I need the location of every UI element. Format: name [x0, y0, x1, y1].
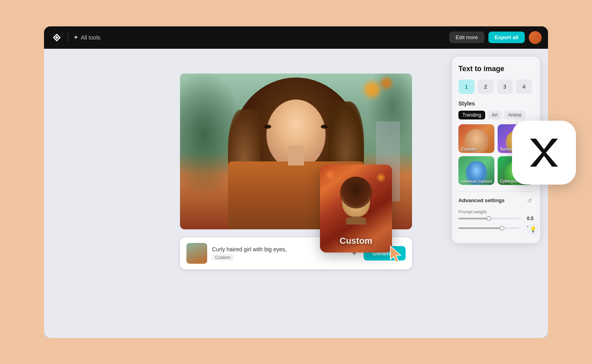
- tools-label: All tools: [81, 34, 100, 41]
- style-filter-anime[interactable]: Anime: [504, 111, 526, 119]
- advanced-settings: Advanced settings ↺ Prompt weight 0.5: [458, 191, 534, 231]
- style-card-custom-label: Custom: [461, 147, 476, 151]
- advanced-header: Advanced settings ↺: [458, 197, 534, 205]
- topbar: ✦ All tools Edit more Export all: [44, 26, 548, 49]
- num-tab-3[interactable]: 3: [497, 80, 513, 94]
- second-slider-fill: [458, 227, 502, 229]
- prompt-weight-thumb[interactable]: [486, 216, 491, 221]
- topbar-right: Edit more Export all: [449, 31, 542, 44]
- lightbulb-icon[interactable]: 💡: [527, 224, 538, 235]
- prompt-weight-value: 0.5: [522, 216, 534, 221]
- second-slider-thumb[interactable]: [500, 226, 504, 231]
- second-slider: 7.5: [458, 225, 534, 231]
- style-card-american-label: American Cartoon: [461, 179, 492, 183]
- floating-custom-label: Custom: [320, 236, 392, 246]
- second-slider-control: 7.5: [458, 225, 534, 231]
- prompt-weight-slider: Prompt weight 0.5: [458, 209, 534, 221]
- floating-custom-card[interactable]: Custom: [320, 165, 392, 253]
- styles-label: Styles: [458, 100, 534, 107]
- refresh-icon[interactable]: ↺: [526, 197, 534, 205]
- cursor-arrow: [388, 245, 404, 265]
- all-tools-button[interactable]: ✦ All tools: [73, 34, 100, 41]
- style-card-custom[interactable]: Custom: [458, 124, 494, 153]
- style-filter-art[interactable]: Art: [488, 111, 502, 119]
- prompt-weight-label: Prompt weight: [458, 209, 534, 214]
- style-filter-trending[interactable]: Trending: [458, 111, 485, 119]
- num-tab-4[interactable]: 4: [516, 80, 532, 94]
- prompt-weight-track[interactable]: [458, 218, 519, 219]
- capcut-logo[interactable]: [50, 31, 63, 44]
- user-avatar[interactable]: [529, 31, 542, 44]
- prompt-weight-fill: [458, 218, 489, 219]
- number-tabs: 1 2 3 4: [458, 80, 534, 94]
- tools-icon: ✦: [73, 34, 78, 41]
- capcut-logo-float: [512, 121, 576, 185]
- panel-title: Text to image: [458, 65, 534, 73]
- app-window: ✦ All tools Edit more Export all: [44, 26, 548, 338]
- prompt-weight-control: 0.5: [458, 216, 534, 221]
- topbar-divider: [68, 33, 68, 42]
- style-card-american[interactable]: American Cartoon: [458, 156, 494, 185]
- main-content: Curly haired girl with big eyes, Custom …: [44, 49, 548, 338]
- prompt-thumbnail: [186, 243, 207, 264]
- prompt-tag[interactable]: Custom: [212, 254, 234, 261]
- export-button[interactable]: Export all: [488, 32, 525, 43]
- canvas-area: Curly haired girl with big eyes, Custom …: [132, 74, 460, 313]
- style-filters: Trending Art Anime: [458, 111, 534, 119]
- edit-more-button[interactable]: Edit more: [449, 32, 484, 43]
- advanced-title: Advanced settings: [458, 197, 505, 203]
- second-slider-track[interactable]: [458, 227, 519, 229]
- num-tab-1[interactable]: 1: [458, 80, 474, 94]
- num-tab-2[interactable]: 2: [478, 80, 494, 94]
